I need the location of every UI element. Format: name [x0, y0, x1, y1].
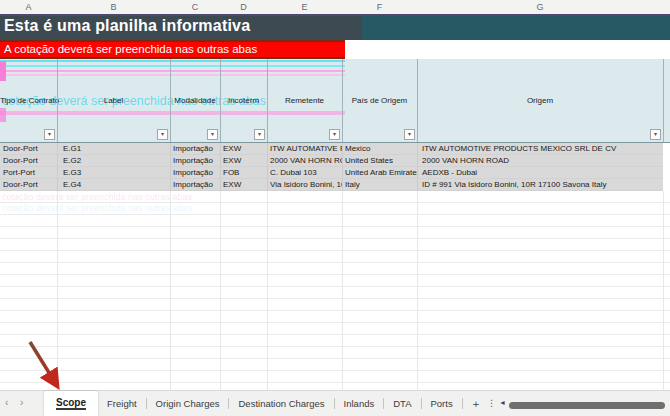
sheet-tabs: Scope Freight Origin Charges Destination…	[44, 391, 489, 416]
cell[interactable]: United States	[342, 155, 417, 167]
column-header-d[interactable]: D	[220, 1, 267, 13]
cell[interactable]: Door-Port	[0, 179, 57, 191]
cell[interactable]: Importação	[170, 143, 220, 155]
header-label[interactable]: Label	[57, 95, 170, 107]
spreadsheet-window: A B C D E F G Esta é uma planilha inform…	[0, 0, 670, 416]
cell[interactable]: Importação	[170, 179, 220, 191]
header-incoterm[interactable]: Incoterm	[220, 95, 267, 107]
cell[interactable]: Via Isidoro Bonini, 10R	[267, 179, 342, 191]
warning-text: A cotação deverá ser preenchida nas outr…	[4, 43, 257, 55]
tab-origin-charges[interactable]: Origin Charges	[147, 391, 229, 416]
header-pais-de-origem[interactable]: País de Origem	[342, 95, 417, 107]
header-divider	[342, 59, 343, 143]
cell[interactable]: AEDXB - Dubai	[417, 167, 663, 179]
title-banner[interactable]: Esta é uma planilha informativa	[0, 14, 670, 40]
gridline	[267, 191, 268, 390]
cell[interactable]: EXW	[220, 155, 267, 167]
cell[interactable]: ITW AUTOMATIVE PROD	[267, 143, 342, 155]
header-modalidade[interactable]: Modalidade	[170, 95, 220, 107]
cell[interactable]: E.G4	[57, 179, 170, 191]
tab-freight[interactable]: Freight	[98, 391, 146, 416]
tab-ports[interactable]: Ports	[422, 391, 462, 416]
table-row: Port-Port E.G3 Importação FOB C. Dubai 1…	[0, 167, 663, 179]
column-header-strip: A B C D E F G	[0, 0, 670, 14]
header-divider	[170, 59, 171, 143]
cell[interactable]: ITW AUTOMOTIVE PRODUCTS MEXICO SRL DE CV	[417, 143, 663, 155]
artifact-block-pink	[0, 108, 6, 122]
cell[interactable]: United Arab Emirates	[342, 167, 417, 179]
sheet-nav-prev-icon[interactable]: ‹	[5, 397, 8, 409]
artifact-ghost-text: cotação deverá ser preenchida nas outras…	[2, 192, 345, 202]
artifact-stripe-pink	[0, 70, 345, 72]
gridline	[57, 143, 58, 191]
filter-dropdown-icon[interactable]: ▾	[44, 129, 55, 140]
gridline	[663, 191, 664, 390]
empty-grid[interactable]	[0, 191, 670, 390]
gridline	[267, 143, 268, 191]
gridline	[342, 143, 343, 191]
header-divider	[663, 59, 664, 143]
header-divider	[267, 59, 268, 143]
cell[interactable]: Italy	[342, 179, 417, 191]
tab-inlands[interactable]: Inlands	[335, 391, 384, 416]
filter-dropdown-icon[interactable]: ▾	[207, 129, 218, 140]
column-header-a[interactable]: A	[0, 1, 57, 13]
filter-dropdown-icon[interactable]: ▾	[404, 129, 415, 140]
cell[interactable]: 2000 VAN HORN ROAD	[267, 155, 342, 167]
artifact-ghost-text: cotação deverá ser preenchida nas outras…	[2, 203, 345, 213]
add-sheet-button[interactable]: +	[463, 391, 489, 416]
column-header-f[interactable]: F	[342, 1, 417, 13]
cell[interactable]: FOB	[220, 167, 267, 179]
column-header-g[interactable]: G	[417, 1, 663, 13]
tab-dta[interactable]: DTA	[384, 391, 420, 416]
tab-scope-label: Scope	[56, 397, 86, 410]
table-row: Door-Port E.G1 Importação EXW ITW AUTOMA…	[0, 143, 663, 155]
scrollbar-splitter-icon[interactable]: ⋮	[487, 398, 496, 408]
banner-top-line	[0, 14, 670, 16]
gridline	[170, 191, 171, 390]
column-header-b[interactable]: B	[57, 1, 170, 13]
scroll-left-icon[interactable]: ◄	[499, 399, 506, 406]
filter-dropdown-icon[interactable]: ▾	[254, 129, 265, 140]
header-divider	[417, 59, 418, 143]
cell[interactable]: Door-Port	[0, 155, 57, 167]
gridline	[170, 143, 171, 191]
header-remetente[interactable]: Remetente	[267, 95, 342, 107]
cell[interactable]: EXW	[220, 143, 267, 155]
filter-dropdown-icon[interactable]: ▾	[650, 129, 661, 140]
cell[interactable]: E.G1	[57, 143, 170, 155]
horizontal-scrollbar-thumb[interactable]	[509, 402, 665, 409]
cell[interactable]: 2000 VAN HORN ROAD	[417, 155, 663, 167]
cell[interactable]: Importação	[170, 167, 220, 179]
header-divider	[220, 59, 221, 143]
gridline	[342, 191, 343, 390]
cell[interactable]: E.G2	[57, 155, 170, 167]
cell[interactable]: C. Dubai 103	[267, 167, 342, 179]
page-title: Esta é uma planilha informativa	[4, 17, 250, 35]
column-header-e[interactable]: E	[267, 1, 342, 13]
cell[interactable]: E.G3	[57, 167, 170, 179]
cell[interactable]: Door-Port	[0, 143, 57, 155]
cell[interactable]: Port-Port	[0, 167, 57, 179]
artifact-block-pink	[0, 61, 6, 81]
annotation-arrow	[18, 334, 73, 396]
tab-destination-charges[interactable]: Destination Charges	[229, 391, 333, 416]
filter-dropdown-icon[interactable]: ▾	[329, 129, 340, 140]
cell[interactable]: Mexico	[342, 143, 417, 155]
tab-scope[interactable]: Scope	[44, 391, 98, 416]
cell[interactable]: ID # 991 Via Isidoro Bonini, 10R 17100 S…	[417, 179, 663, 191]
sheet-nav-next-icon[interactable]: ›	[20, 397, 23, 409]
cell[interactable]: EXW	[220, 179, 267, 191]
artifact-stripe-pink	[0, 74, 345, 76]
column-header-c[interactable]: C	[170, 1, 220, 13]
warning-banner[interactable]: A cotação deverá ser preenchida nas outr…	[0, 40, 345, 59]
gridline	[417, 143, 418, 191]
header-origem[interactable]: Origem	[417, 95, 663, 107]
header-tipo-de-contrato[interactable]: Tipo de Contrato	[0, 95, 57, 107]
gridline	[220, 143, 221, 191]
filter-dropdown-icon[interactable]: ▾	[157, 129, 168, 140]
cell[interactable]: Importação	[170, 155, 220, 167]
artifact-stripe-cyan	[0, 60, 345, 62]
table-row: Door-Port E.G4 Importação EXW Via Isidor…	[0, 179, 663, 191]
artifact-stripe-cyan	[0, 65, 345, 67]
